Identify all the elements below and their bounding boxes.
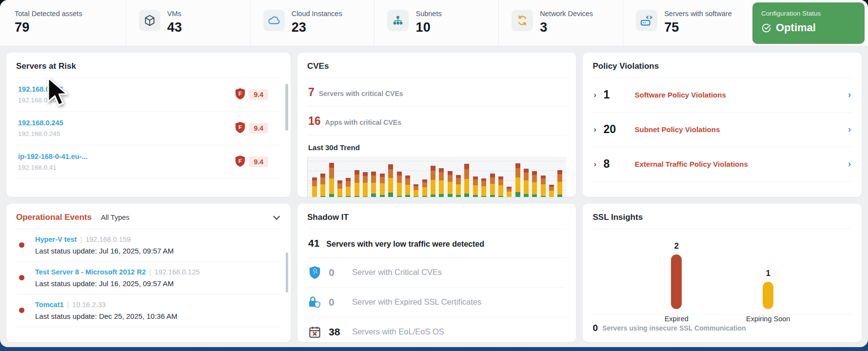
trend-segment-low xyxy=(329,194,334,196)
server-link[interactable]: 192.168.0.206 xyxy=(18,85,63,93)
trend-segment-medium xyxy=(549,191,554,197)
policy-violations-panel: Policy Violations ›1Software Policy Viol… xyxy=(583,53,862,197)
stat-label: Cloud Instances xyxy=(292,10,342,18)
risk-score-value: 9.4 xyxy=(249,89,268,100)
trend-segment-critical xyxy=(524,169,529,173)
trend-bar xyxy=(355,170,359,197)
event-server-link[interactable]: Hyper-V test xyxy=(35,235,77,243)
trend-segment-medium xyxy=(346,187,351,195)
operational-event-row[interactable]: Tomcat1|10.16.2.33Last status update: De… xyxy=(16,294,281,327)
violation-count: 8 xyxy=(603,157,634,171)
ssl-bar-value: 2 xyxy=(645,241,708,251)
trend-segment-high xyxy=(363,176,368,183)
policy-violation-row[interactable]: ›20Subnet Policy Violations› xyxy=(592,113,852,147)
separator: | xyxy=(149,268,151,276)
chevron-down-icon[interactable] xyxy=(273,213,280,219)
expand-chevron-icon[interactable]: › xyxy=(593,125,603,134)
stat-card-subnets[interactable]: Subnets 10 xyxy=(375,0,499,46)
event-server-link[interactable]: Test Server 8 - Microsoft 2012 R2 xyxy=(35,268,146,276)
shadow-it-row[interactable]: 0Server with Critical CVEs xyxy=(307,258,567,288)
ssl-bar xyxy=(763,282,773,309)
violation-count: 20 xyxy=(603,123,634,136)
event-status-dot xyxy=(19,275,24,280)
ssl-certificates-chart: 2Expired1Expiring Soon xyxy=(592,239,852,323)
expand-chevron-icon[interactable]: › xyxy=(593,91,603,99)
stat-value: 79 xyxy=(15,20,82,35)
trend-segment-low xyxy=(473,195,478,196)
cve-stat-apps[interactable]: 16 Apps with critical CVEs xyxy=(307,107,567,136)
trend-segment-critical xyxy=(363,172,368,176)
shadow-it-row[interactable]: 0Server with Expired SSL Certificates xyxy=(307,288,567,317)
scrollbar-thumb[interactable] xyxy=(286,253,288,292)
violation-link[interactable]: Subnet Policy Violations xyxy=(634,125,848,134)
trend-segment-medium xyxy=(320,184,325,196)
trend-bar xyxy=(337,180,342,196)
policy-violation-row[interactable]: ›1Software Policy Violations› xyxy=(592,78,852,113)
server-link[interactable]: ip-192-168-0-41.eu-... xyxy=(18,153,88,160)
trend-segment-high xyxy=(557,174,562,181)
server-at-risk-row[interactable]: 192.168.0.245192.168.0.245F9.4 xyxy=(16,112,281,145)
event-text: Test Server 8 - Microsoft 2012 R2|192.16… xyxy=(35,268,200,288)
cve-trend-chart xyxy=(307,156,567,197)
shadow-it-row[interactable]: 38Servers with EoL/EoS OS xyxy=(307,317,567,342)
trend-segment-high xyxy=(481,181,486,186)
scrollbar-thumb[interactable] xyxy=(285,84,288,131)
stat-card-vms[interactable]: VMs 43 xyxy=(126,0,251,46)
trend-segment-low xyxy=(414,196,418,197)
event-server-ip: 10.16.2.33 xyxy=(72,301,106,309)
trend-segment-low xyxy=(422,196,427,197)
risk-score: F9.4 xyxy=(235,121,268,136)
configuration-status-card[interactable]: Configuration Status Optimal xyxy=(752,2,865,44)
server-link[interactable]: 192.168.0.245 xyxy=(18,119,63,127)
expand-chevron-icon[interactable]: › xyxy=(593,160,603,169)
violation-link[interactable]: Software Policy Violations xyxy=(634,91,848,99)
ssl-insights-panel: SSL Insights 2Expired1Expiring Soon 0 Se… xyxy=(583,204,862,342)
trend-segment-high xyxy=(456,178,461,184)
trend-segment-high xyxy=(346,181,351,187)
risk-grade-shield-icon: F xyxy=(235,121,246,136)
stat-card-cloud-instances[interactable]: Cloud Instances 23 xyxy=(251,0,375,46)
server-identity: 192.168.0.206192.168.0.206 xyxy=(18,85,63,104)
event-type-filter[interactable]: All Types xyxy=(101,214,130,221)
chevron-right-icon[interactable]: › xyxy=(848,124,851,135)
trend-bar xyxy=(490,174,495,196)
trend-bar xyxy=(329,163,334,197)
violation-count: 1 xyxy=(603,88,634,101)
stat-card-total-assets[interactable]: Total Detected assets 79 xyxy=(0,0,126,46)
stats-bar: Total Detected assets 79 VMs 43 Cloud In… xyxy=(0,0,868,46)
chevron-right-icon[interactable]: › xyxy=(848,90,851,100)
server-identity: 192.168.0.245192.168.0.245 xyxy=(18,119,63,137)
eol-calendar-icon xyxy=(308,325,324,339)
event-server-link[interactable]: Tomcat1 xyxy=(35,301,64,309)
sync-arrows-icon xyxy=(512,10,533,31)
trend-bar xyxy=(431,166,435,196)
servers-at-risk-list: 192.168.0.206192.168.0.206F9.4192.168.0.… xyxy=(16,78,281,179)
panel-title: CVEs xyxy=(307,61,567,71)
event-status-text: Last status update: Jul 16, 2025, 09:57 … xyxy=(35,247,174,255)
server-at-risk-row[interactable]: 192.168.0.206192.168.0.206F9.4 xyxy=(16,78,281,112)
trend-bar xyxy=(388,164,393,197)
trend-segment-medium xyxy=(337,189,342,196)
server-at-risk-row[interactable]: ip-192-168-0-41.eu-...192.168.0.41F9.4 xyxy=(16,145,281,179)
low-traffic-label: Servers with very low traffic were detec… xyxy=(326,240,484,249)
trend-segment-medium xyxy=(448,182,453,195)
cve-stat-servers[interactable]: 7 Servers with critical CVEs xyxy=(307,78,567,107)
violation-link[interactable]: External Traffic Policy Violations xyxy=(634,160,848,168)
trend-bar xyxy=(481,178,486,197)
chevron-right-icon[interactable]: › xyxy=(848,159,851,169)
operational-event-row[interactable]: Hyper-V test|192.168.0.159Last status up… xyxy=(16,229,281,262)
operational-event-row[interactable]: Test Server 8 - Microsoft 2012 R2|192.16… xyxy=(16,262,281,294)
stat-card-network-devices[interactable]: Network Devices 3 xyxy=(499,0,623,46)
trend-bar xyxy=(346,178,351,197)
ssl-lock-icon xyxy=(308,295,324,309)
trend-bar xyxy=(414,184,418,197)
trend-segment-medium xyxy=(397,183,402,196)
stat-card-servers-software[interactable]: Servers with software 75 xyxy=(623,0,747,46)
vm-cube-icon xyxy=(139,10,160,31)
policy-violation-row[interactable]: ›8External Traffic Policy Violations› xyxy=(592,147,852,182)
event-status-dot xyxy=(19,308,24,313)
trend-segment-low xyxy=(431,195,435,196)
trend-segment-medium xyxy=(422,187,427,195)
trend-segment-medium xyxy=(405,185,410,195)
trend-segment-low xyxy=(464,194,469,196)
